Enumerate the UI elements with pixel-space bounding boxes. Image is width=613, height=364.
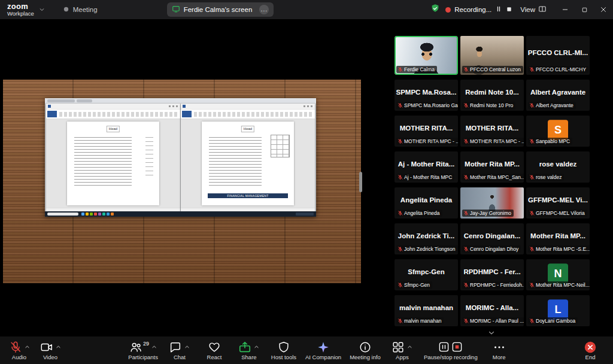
participant-tile-malvin-manahan[interactable]: malvin manahanmalvin manahan (394, 295, 458, 326)
toolbar-share-button[interactable]: Share (236, 336, 262, 364)
participant-label-text: MOTHER RITA MPC - ... (404, 138, 458, 144)
taskbar-search-icon (47, 213, 78, 216)
participant-tile-mother-rita-mpc[interactable]: MOTHER RITA...MOTHER RITA MPC - ... (460, 116, 524, 147)
participant-tile-angelita-pineda[interactable]: Angelita PinedaAngelita Pineda (394, 187, 458, 219)
toolbar-more-button[interactable]: More (486, 336, 512, 364)
toolbar-react-button[interactable]: React (201, 336, 227, 364)
muted-mic-icon (463, 66, 469, 72)
toolbar-label: React (207, 354, 222, 360)
participant-tile-cenro-dingalan-dhoy[interactable]: Cenro Dingalan...Cenro Dingalan Dhoy (460, 223, 524, 254)
participant-name: Sfmpc-Gen (394, 259, 458, 284)
toolbar-label: Host tools (271, 354, 296, 360)
participant-tile-sfmpc-gen[interactable]: Sfmpc-GenSfmpc-Gen (394, 259, 458, 290)
view-button[interactable]: View (520, 5, 547, 14)
toolbar-video-button[interactable]: Video (37, 336, 63, 364)
participant-label-text: Angelita Pineda (404, 210, 440, 216)
participant-tile-aj-mother-rita-mpc[interactable]: Aj - Mother Rita...Aj - Mother Rita MPC (394, 151, 458, 183)
host-tools-icon (277, 341, 290, 354)
stage-scrollbar[interactable] (359, 172, 362, 192)
participant-label-text: Mother Rita MPC -S.E... (536, 246, 590, 252)
participant-name: GFFMPC-MEL Vi... (526, 187, 590, 213)
chevron-up-icon[interactable] (184, 344, 190, 350)
chevron-down-icon[interactable] (39, 7, 45, 13)
participant-tile-mother-rita-mpc-san[interactable]: Mother Rita MP...Mother Rita MPC_San... (460, 151, 524, 183)
pause-stop-recording-icon (438, 341, 463, 353)
toolbar-ai-companion-button[interactable]: AI Companion (305, 336, 341, 364)
muted-mic-icon (397, 246, 403, 252)
participant-label: rose valdez (528, 174, 564, 181)
chevron-up-icon[interactable] (407, 344, 412, 350)
participant-label: MOTHER RITA MPC - ... (462, 138, 524, 145)
chevron-up-icon[interactable] (151, 344, 157, 350)
participant-tile-mother-rita-mpc-s-e[interactable]: Mother Rita MP...Mother Rita MPC -S.E... (526, 223, 590, 254)
participant-tile-albert-agravante[interactable]: Albert AgravanteAlbert Agravante (526, 80, 590, 111)
toolbar-meeting-info-button[interactable]: Meeting info (350, 336, 381, 364)
participant-tile-pfcco-clrl-michy[interactable]: PFCCO CLRL-MI...PFCCO CLRL-MICHY (526, 36, 590, 75)
chevron-up-icon[interactable] (254, 344, 259, 350)
participant-label-text: Cenro Dingalan Dhoy (470, 246, 518, 252)
participant-tile-redmi-note-10-pro[interactable]: Redmi Note 10...Redmi Note 10 Pro (460, 80, 524, 111)
muted-mic-icon (463, 318, 469, 324)
participant-tile-rpdhmpc-ferriedoh[interactable]: RPDHMPC - Fer...RPDHMPC - Ferriedoh... (460, 259, 524, 290)
doc-text-lines (209, 137, 262, 187)
maximize-button[interactable] (575, 0, 594, 19)
participant-tile-spmpc-ma-rosario-ga[interactable]: SPMPC Ma.Rosa...SPMPC Ma.Rosario Ga... (394, 80, 458, 111)
stop-recording-icon[interactable] (506, 6, 512, 14)
muted-mic-icon (397, 66, 403, 72)
participant-label-text: Sanpablo MPC (536, 138, 570, 144)
tab-shared-screen[interactable]: Ferdie Calma's screen ... (167, 2, 274, 17)
participant-tile-john-zedrick-tiongson[interactable]: John Zedrick Ti...John Zedrick Tiongson (394, 223, 458, 254)
participant-tile-ferdie-calma[interactable]: Ferdie Calma (394, 36, 458, 75)
toolbar-apps-button[interactable]: Apps (389, 336, 415, 364)
muted-mic-icon (397, 318, 403, 324)
participant-label-text: GFFMPC-MEL Viloria (536, 210, 585, 216)
participant-tile-jay-jay-geronimo[interactable]: Jay-Jay Geronimo (460, 187, 524, 219)
participant-label: Jay-Jay Geronimo (462, 210, 514, 217)
participant-tile-rose-valdez[interactable]: rose valdezrose valdez (526, 151, 590, 183)
toolbar-right-group: End (577, 336, 613, 364)
brand-zoom: zoom (7, 2, 34, 10)
toolbar-pause-stop-recording-button[interactable]: Pause/stop recording (424, 336, 478, 364)
participant-label: MORIMC - Allan Paul ... (462, 317, 524, 324)
participant-tile-pfcco-central-luzon[interactable]: PFCCO Central Luzon (460, 36, 524, 75)
word-app-icon (183, 105, 186, 108)
doc-number-column (145, 137, 153, 179)
muted-mic-icon (529, 282, 535, 288)
toolbar-chat-button[interactable]: Chat (166, 336, 193, 364)
participant-label-text: Mother Rita MPC_San... (470, 174, 524, 180)
participant-tile-doylani-gamboa[interactable]: LDoyLani Gamboa (526, 295, 590, 326)
toolbar-label: Apps (396, 354, 409, 360)
participant-tile-gffmpc-mel-viloria[interactable]: GFFMPC-MEL Vi...GFFMPC-MEL Viloria (526, 187, 590, 219)
toolbar-label: Audio (12, 354, 26, 360)
participant-label: Mother Rita MPC -S.E... (528, 245, 590, 253)
toolbar-label: Pause/stop recording (424, 354, 478, 360)
participant-tile-sanpablo-mpc[interactable]: SSanpablo MPC (526, 116, 590, 147)
chevron-up-icon[interactable] (56, 344, 61, 350)
toolbar-label: AI Companion (305, 354, 341, 360)
participant-name: Mother Rita MP... (460, 151, 524, 177)
toolbar-end-button[interactable]: End (577, 336, 603, 364)
tab-meeting[interactable]: Meeting (63, 6, 98, 14)
shared-desktop-screenshot: Head Head FIN (45, 98, 316, 217)
security-shield-icon[interactable] (430, 4, 440, 16)
minimize-button[interactable] (556, 0, 575, 19)
pause-recording-icon[interactable] (495, 5, 502, 14)
participant-tile-mother-rita-mpc-neil[interactable]: NMother Rita MPC-Neil... (526, 259, 590, 290)
toolbar-participants-button[interactable]: 29Participants (128, 336, 158, 364)
close-button[interactable] (594, 0, 613, 19)
toolbar-label: Participants (128, 354, 158, 360)
doc-text-lines (74, 137, 132, 187)
participant-label-text: Albert Agravante (536, 102, 573, 108)
participant-tile-morimc-allan-paul[interactable]: MORIMC - Alla...MORIMC - Allan Paul ... (460, 295, 524, 326)
muted-mic-icon (463, 282, 469, 288)
participant-tile-mother-rita-mpc[interactable]: MOTHER RITA...MOTHER RITA MPC - ... (394, 116, 458, 147)
tab-options-icon[interactable]: ... (259, 5, 269, 14)
participants-panel: Ferdie CalmaPFCCO Central LuzonPFCCO CLR… (393, 19, 613, 336)
participant-name: Albert Agravante (526, 80, 590, 105)
toolbar-host-tools-button[interactable]: Host tools (271, 336, 297, 364)
toolbar-audio-button[interactable]: Audio (6, 336, 32, 364)
participant-label: Mother Rita MPC_San... (462, 174, 524, 181)
chevron-up-icon[interactable] (25, 344, 30, 350)
muted-mic-icon (463, 210, 469, 216)
ai-companion-icon (317, 341, 330, 354)
